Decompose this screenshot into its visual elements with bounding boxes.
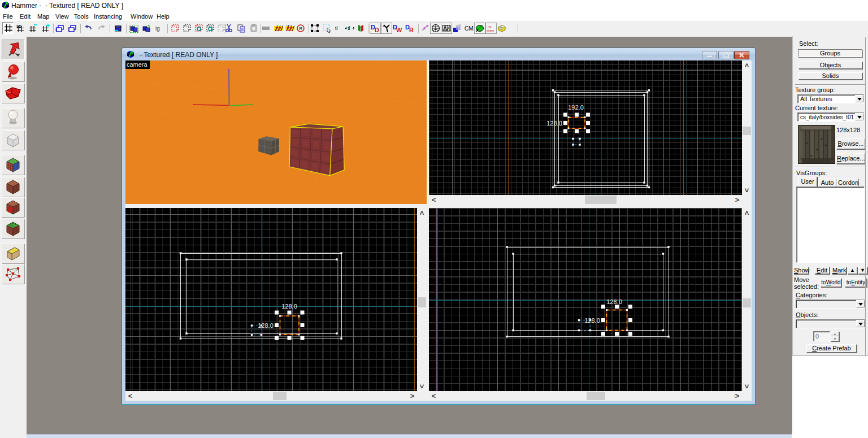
svg-text:3D: 3D	[16, 24, 21, 28]
svg-text:R: R	[409, 27, 414, 33]
svg-text:128.0: 128.0	[584, 317, 600, 324]
svg-text:192.0: 192.0	[568, 104, 584, 111]
svg-text:128.0: 128.0	[606, 298, 622, 305]
svg-text:ZZ: ZZ	[275, 26, 281, 32]
svg-text:draw: draw	[487, 29, 494, 32]
svg-text:CM: CM	[465, 25, 474, 32]
svg-text:tl: tl	[335, 25, 338, 31]
svg-text:ig: ig	[155, 25, 160, 32]
svg-text:D: D	[375, 27, 379, 33]
svg-text:R: R	[300, 26, 303, 31]
svg-text:tl: tl	[348, 25, 350, 31]
svg-text:no: no	[488, 25, 492, 28]
svg-text:W: W	[396, 27, 402, 33]
svg-text:128.0: 128.0	[546, 120, 562, 127]
svg-text:128.0: 128.0	[281, 303, 297, 310]
svg-text:ZZ: ZZ	[287, 26, 293, 32]
